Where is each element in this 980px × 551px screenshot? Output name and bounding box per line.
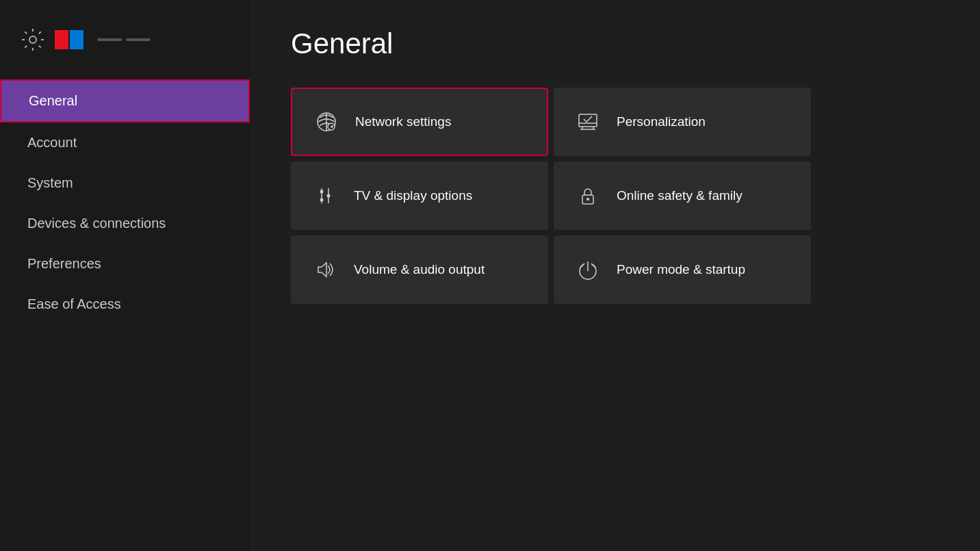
tile-network-settings[interactable]: Network settings [291, 88, 548, 156]
sidebar-item-ease-of-access[interactable]: Ease of Access [0, 284, 250, 324]
svg-point-0 [29, 36, 36, 43]
svg-point-11 [327, 194, 331, 198]
sidebar: General Account System Devices & connect… [0, 0, 250, 551]
personalization-icon [576, 110, 600, 134]
dash-group [97, 38, 151, 41]
sidebar-item-general[interactable]: General [0, 79, 250, 123]
logo-blue [70, 30, 83, 49]
tile-network-settings-label: Network settings [355, 114, 451, 131]
volume-icon [313, 257, 337, 282]
tile-tv-display-label: TV & display options [354, 188, 472, 205]
sidebar-item-account[interactable]: Account [0, 123, 250, 163]
dash-1 [97, 38, 122, 41]
page-title: General [291, 27, 939, 60]
sidebar-nav: General Account System Devices & connect… [0, 73, 250, 331]
sidebar-item-system[interactable]: System [0, 163, 250, 203]
lock-icon [576, 183, 600, 208]
sidebar-header [0, 21, 250, 73]
logo [55, 30, 83, 49]
network-icon [314, 110, 339, 134]
tile-online-safety-label: Online safety & family [617, 188, 743, 205]
tile-tv-display[interactable]: TV & display options [291, 162, 548, 230]
tile-power-mode[interactable]: Power mode & startup [554, 235, 811, 304]
logo-red [55, 30, 68, 49]
tile-power-mode-label: Power mode & startup [617, 261, 745, 279]
sidebar-item-preferences[interactable]: Preferences [0, 244, 250, 284]
power-icon [576, 257, 600, 282]
tile-volume-audio[interactable]: Volume & audio output [291, 235, 548, 304]
svg-point-9 [320, 190, 324, 194]
sidebar-item-devices-connections[interactable]: Devices & connections [0, 203, 250, 244]
tile-volume-audio-label: Volume & audio output [354, 261, 485, 279]
tile-online-safety[interactable]: Online safety & family [554, 162, 811, 230]
svg-point-13 [586, 198, 589, 201]
display-icon [313, 183, 337, 208]
tile-personalization-label: Personalization [617, 114, 706, 131]
main-content: General Network settings [250, 0, 980, 551]
tile-personalization[interactable]: Personalization [554, 88, 811, 156]
dash-2 [126, 38, 151, 41]
settings-grid: Network settings Personalization [291, 88, 811, 304]
gear-icon [21, 27, 45, 52]
svg-point-10 [320, 198, 324, 202]
